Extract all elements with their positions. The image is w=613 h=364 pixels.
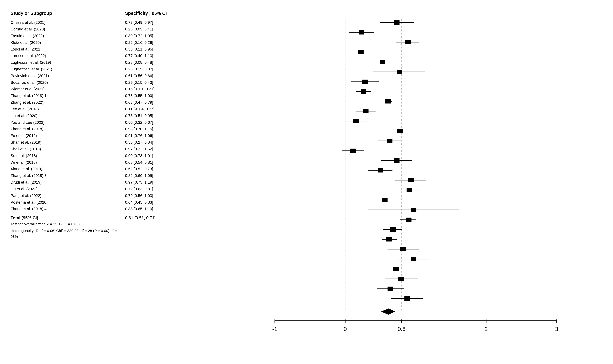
- svg-rect-53: [393, 267, 399, 271]
- study-name-item: Lorusso et al. (2022): [11, 52, 120, 59]
- study-name-item: Lughezzani et al. (2021): [11, 66, 120, 73]
- ci-item: 0.82 [0.60, 1.05]: [125, 172, 222, 179]
- ci-item: 0.73 [0.49, 0.97]: [125, 19, 222, 26]
- svg-rect-13: [397, 70, 402, 74]
- ci-item: 0.73 [0.51, 0.95]: [125, 113, 222, 119]
- svg-rect-39: [382, 198, 387, 202]
- svg-rect-49: [400, 247, 406, 251]
- study-name-item: Shah et al. (2019): [11, 139, 120, 146]
- svg-rect-59: [404, 296, 410, 301]
- study-name-item: Socarras et al. (2020): [11, 79, 120, 86]
- svg-rect-47: [386, 237, 392, 242]
- study-name-item: Lughezzaniet al. (2019): [11, 59, 120, 66]
- study-name-item: Fu et al. (2019): [11, 132, 120, 139]
- svg-rect-41: [411, 208, 416, 212]
- svg-rect-25: [397, 129, 403, 133]
- svg-rect-23: [353, 119, 359, 123]
- ci-item: 0.88 [0.65, 1.10]: [125, 206, 222, 212]
- study-name-item: Pang et al. (2022): [11, 192, 120, 199]
- study-name-item: Wiemer et al (2021): [11, 86, 120, 92]
- col2-header: Specificity , 95% CI: [125, 11, 222, 16]
- svg-rect-43: [406, 218, 412, 222]
- ci-item: 0.90 [0.78, 1.01]: [125, 152, 222, 159]
- study-name-item: Lopci et al. (2021): [11, 46, 120, 53]
- study-name-item: Drudi et al. (2019): [11, 179, 120, 186]
- study-name-item: Zhang et al. (2018).2: [11, 126, 120, 132]
- study-name-item: Klotz et al. (2020): [11, 39, 120, 46]
- svg-rect-21: [363, 109, 369, 113]
- study-name-item: Liu et al. (2022): [11, 186, 120, 192]
- forest-plot-panel: -1 0 0.8 2 3: [222, 11, 602, 345]
- ci-item: 0.56 [0.27, 0.84]: [125, 139, 222, 146]
- svg-rect-57: [387, 286, 393, 291]
- forest-svg: -1 0 0.8 2 3: [229, 11, 602, 345]
- ci-item: 0.78 [0.55, 1.00]: [125, 92, 222, 99]
- total-label: Total (95% CI): [11, 215, 120, 220]
- ci-item: 0.89 [0.72, 1.05]: [125, 33, 222, 39]
- study-name-item: Su et al. (2018): [11, 152, 120, 159]
- svg-rect-45: [390, 227, 396, 232]
- study-name-item: Zhang et al. (2018).4: [11, 206, 120, 212]
- svg-rect-11: [380, 60, 386, 64]
- col1-header: Study or Subgroup: [11, 11, 120, 16]
- study-name-item: Zhang et al. (2018).1: [11, 92, 120, 99]
- ci-item: 0.68 [0.54, 0.81]: [125, 159, 222, 166]
- ci-item: 0.23 [0.05, 0.41]: [125, 26, 222, 33]
- ci-item: 0.77 [0.40, 1.13]: [125, 52, 222, 59]
- study-name-item: Pavlovich et al. (2021): [11, 73, 120, 79]
- ci-item: 0.97 [0.75, 1.19]: [125, 179, 222, 186]
- ci-item: 0.97 [0.32, 1.62]: [125, 146, 222, 152]
- study-name-item: Xiang et al. (2019): [11, 166, 120, 172]
- svg-rect-19: [386, 99, 391, 104]
- study-name-item: Shoji et al. (2018): [11, 146, 120, 152]
- study-name-item: Postema et al. (2020: [11, 199, 120, 206]
- ci-item: 0.26 [0.15, 0.37]: [125, 66, 222, 73]
- study-name-item: Liu et al. (2020): [11, 113, 120, 119]
- ci-item: 0.63 [0.47, 0.79]: [125, 99, 222, 106]
- svg-rect-7: [405, 40, 411, 44]
- footer-line1: Test for overall effect: Z = 12.12 (P = …: [11, 221, 120, 227]
- ci-item: 0.50 [0.32, 0.67]: [125, 119, 222, 126]
- svg-rect-33: [378, 168, 383, 172]
- svg-marker-60: [381, 308, 395, 315]
- ci-item: 0.79 [0.56, 1.03]: [125, 192, 222, 199]
- svg-rect-35: [408, 178, 413, 182]
- svg-rect-31: [394, 158, 400, 163]
- study-name-item: Lee et al. (2018): [11, 106, 120, 113]
- study-name-item: Wi et al. (2018): [11, 159, 120, 166]
- svg-rect-51: [411, 257, 416, 261]
- study-name-item: Chessa et al. (2021): [11, 19, 120, 26]
- ci-item: 0.15 [-0.01, 0.31]: [125, 86, 222, 92]
- ci-item: 0.28 [0.08, 0.48]: [125, 59, 222, 66]
- study-name-item: Fasulo et al. (2022): [11, 33, 120, 39]
- study-list: Chessa et al. (2021)Cornud et al. (2020)…: [11, 19, 120, 212]
- ci-list: 0.73 [0.49, 0.97]0.23 [0.05, 0.41]0.89 […: [125, 19, 222, 212]
- study-names-panel: Study or Subgroup Chessa et al. (2021)Co…: [11, 11, 120, 345]
- svg-rect-37: [407, 188, 412, 192]
- svg-rect-5: [359, 30, 364, 35]
- specificity-panel: Specificity , 95% CI 0.73 [0.49, 0.97]0.…: [120, 11, 222, 345]
- svg-text:0.8: 0.8: [398, 326, 405, 332]
- svg-rect-9: [358, 50, 364, 54]
- svg-rect-15: [362, 79, 368, 84]
- forest-area: -1 0 0.8 2 3: [229, 11, 602, 345]
- svg-rect-27: [387, 139, 392, 143]
- ci-item: 0.11 [-0.04, 0.27]: [125, 106, 222, 113]
- ci-item: 0.62 [0.52, 0.73]: [125, 166, 222, 172]
- study-name-item: Yoo and Lee (2022): [11, 119, 120, 126]
- study-name-item: Zhang et al. (2022): [11, 99, 120, 106]
- ci-item: 0.91 [0.76, 1.06]: [125, 132, 222, 139]
- main-container: Study or Subgroup Chessa et al. (2021)Co…: [11, 11, 602, 345]
- svg-rect-29: [350, 149, 356, 153]
- svg-rect-3: [394, 20, 400, 25]
- ci-item: 0.53 [0.11, 0.95]: [125, 46, 222, 53]
- svg-text:3: 3: [555, 326, 558, 332]
- ci-item: 0.61 [0.56, 0.66]: [125, 73, 222, 79]
- svg-rect-17: [361, 90, 366, 94]
- svg-text:-1: -1: [272, 326, 277, 332]
- svg-text:0: 0: [344, 326, 347, 332]
- ci-item: 0.72 [0.63, 0.81]: [125, 186, 222, 192]
- svg-text:2: 2: [485, 326, 488, 332]
- total-section-left: Total (95% CI) Test for overall effect: …: [11, 215, 120, 240]
- study-name-item: Cornud et al. (2020): [11, 26, 120, 33]
